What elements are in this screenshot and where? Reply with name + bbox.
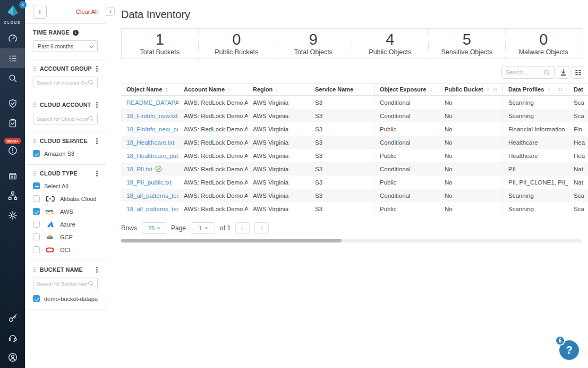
checkbox-unchecked-icon[interactable] [33, 221, 40, 228]
option-demo-bucket[interactable]: demo-bucket-datapattern-f... [33, 295, 98, 302]
column-header-account-name[interactable]: Account Name↓↑ [178, 83, 248, 95]
nav-investigate[interactable] [0, 68, 25, 88]
kebab-menu-icon[interactable] [96, 266, 98, 273]
cloud-type-option[interactable]: awsAWS [33, 208, 98, 215]
nav-dashboard[interactable] [0, 29, 25, 48]
nav-network[interactable] [0, 186, 25, 205]
page-select[interactable]: 1 [191, 222, 215, 234]
drag-handle-icon[interactable] [33, 66, 36, 71]
cloud-account-search[interactable] [33, 113, 98, 124]
object-name-link[interactable]: 18_Healthcare_public.txt [126, 153, 178, 159]
checkbox-unchecked-icon[interactable] [33, 246, 40, 253]
object-name-link[interactable]: 18_PII.txt [126, 166, 152, 172]
column-header-service-name[interactable]: Service Name↓↑ [310, 83, 374, 95]
object-name-link[interactable]: 18_PII_public.txt [126, 179, 172, 186]
checkbox-checked-icon[interactable] [33, 295, 40, 302]
checkbox-unchecked-icon[interactable] [33, 233, 40, 240]
stat-card: 4Public Objects [352, 29, 429, 58]
cloud-type-option[interactable]: OCI [33, 246, 98, 253]
user-icon [8, 353, 18, 362]
add-filter-button[interactable]: + [33, 5, 47, 19]
account-group-search-input[interactable] [37, 80, 88, 86]
cell-data-patterns: Sca [568, 206, 588, 212]
column-drag-handle-icon[interactable] [493, 87, 497, 91]
cell-account-name: AWS: RedLock Demo Acc... [178, 206, 248, 212]
column-label: Account Name [184, 86, 225, 93]
nav-alerts[interactable]: 9999+ [0, 140, 25, 160]
object-name-link[interactable]: 18_Healthcare.txt [126, 139, 174, 146]
checkbox-indeterminate-icon[interactable] [33, 182, 40, 189]
sidebar-expand-toggle[interactable] [19, 1, 27, 9]
cell-data-patterns: Fin [568, 126, 588, 132]
scrollbar-thumb[interactable] [121, 239, 342, 242]
nav-assets[interactable] [0, 166, 25, 186]
option-select-all[interactable]: Select All [33, 182, 98, 189]
cell-region: AWS Virginia [248, 206, 310, 212]
drag-handle-icon[interactable] [33, 102, 36, 107]
clear-all-button[interactable]: Clear All [76, 9, 98, 15]
column-label: Dat [574, 86, 583, 93]
column-header-public-bucket[interactable]: Public Bucket↓↑ [439, 83, 503, 95]
drag-handle-icon[interactable] [33, 267, 36, 272]
svg-text:aws: aws [45, 208, 53, 213]
sort-icon: ↓↑ [429, 87, 432, 92]
column-drag-handle-icon[interactable] [559, 87, 563, 91]
bucket-name-search[interactable] [33, 278, 98, 289]
horizontal-scrollbar[interactable] [121, 239, 582, 242]
cell-public-bucket: No [439, 175, 503, 189]
cell-object-name: 18_all_patterns_test_publ... [121, 206, 178, 212]
chevron-right-icon [259, 227, 262, 230]
collapse-filters-button[interactable] [106, 7, 115, 16]
info-icon[interactable]: i [73, 30, 79, 36]
kebab-menu-icon[interactable] [96, 138, 98, 144]
nav-access-keys[interactable] [0, 308, 25, 328]
cloud-type-option[interactable]: Azure [33, 221, 98, 228]
cell-object-name: 18_PII.txt [121, 165, 178, 172]
nav-profile[interactable] [0, 347, 25, 367]
column-header-object-name[interactable]: Object Name↑ [121, 83, 178, 95]
kebab-menu-icon[interactable] [96, 65, 98, 72]
drag-handle-icon[interactable] [33, 171, 36, 176]
cloud-type-option[interactable]: GCP [33, 233, 98, 240]
nav-settings[interactable] [0, 205, 25, 225]
column-settings-button[interactable] [572, 66, 584, 79]
drag-handle-icon[interactable] [33, 138, 36, 144]
cloud-type-option[interactable]: Alibaba Cloud [33, 195, 98, 202]
nav-support[interactable] [0, 328, 25, 347]
option-label: GCP [60, 234, 73, 240]
column-header-object-exposure[interactable]: Object Exposure↓↑ [374, 83, 439, 95]
object-name-link[interactable]: 18_all_patterns_test.txt [126, 193, 178, 199]
object-name-link[interactable]: 18_FinInfo_new_public.txt [126, 126, 178, 132]
prev-page-button[interactable] [235, 222, 250, 234]
cell-service-name: S3 [310, 202, 374, 215]
cloud-account-search-input[interactable] [37, 116, 88, 122]
object-name-link[interactable]: 18_FinInfo_new.txt [126, 113, 178, 119]
checkbox-checked-icon[interactable] [33, 150, 40, 157]
cell-account-name: AWS: RedLock Demo Acc... [178, 166, 248, 172]
nav-compliance[interactable] [0, 113, 25, 133]
object-name-link[interactable]: 18_all_patterns_test_publ... [126, 206, 178, 212]
checkbox-unchecked-icon[interactable] [33, 195, 40, 202]
stat-card: 0Malware Objects [505, 29, 582, 58]
column-header-dat[interactable]: Dat [568, 83, 588, 95]
time-range-select[interactable]: Past 6 months [33, 40, 98, 52]
download-button[interactable] [557, 66, 569, 79]
bucket-name-search-input[interactable] [37, 281, 88, 287]
stat-card: 0Public Buckets [198, 29, 275, 58]
next-page-button[interactable] [254, 222, 269, 234]
column-header-region[interactable]: Region↓↑ [248, 83, 310, 95]
nav-policies[interactable] [0, 94, 25, 113]
kebab-menu-icon[interactable] [96, 102, 98, 108]
option-amazon-s3[interactable]: Amazon S3 [33, 150, 98, 157]
rows-per-page-select[interactable]: 25 [142, 222, 166, 234]
checkbox-checked-icon[interactable] [33, 208, 40, 215]
table-search[interactable] [501, 66, 555, 79]
nav-inventory[interactable] [0, 48, 25, 68]
object-name-link[interactable]: README_DATAPATTER... [126, 99, 178, 106]
account-group-search[interactable] [33, 77, 98, 88]
help-button[interactable]: 6 ? [559, 340, 579, 360]
column-header-data-profiles[interactable]: Data Profiles↓↑ [503, 83, 568, 95]
kebab-menu-icon[interactable] [96, 170, 98, 177]
cell-public-bucket: No [439, 96, 503, 109]
table-search-input[interactable] [506, 69, 541, 76]
